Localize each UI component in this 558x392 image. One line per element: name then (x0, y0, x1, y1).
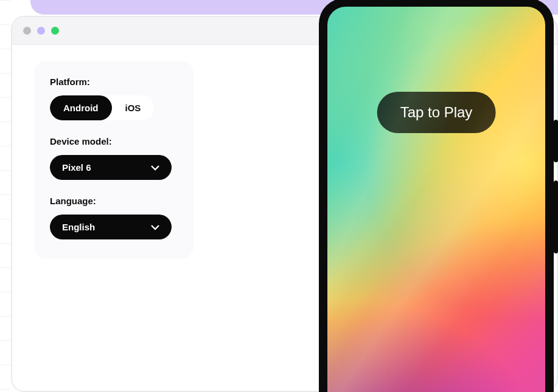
language-label: Language: (50, 196, 178, 206)
window-control-zoom-icon[interactable] (51, 27, 59, 35)
language-field: Language: English (50, 196, 178, 239)
device-settings-card: Platform: Android iOS Device model: Pixe… (34, 61, 194, 259)
phone-power-button-icon (554, 120, 558, 162)
phone-mockup: Tap to Play (319, 0, 554, 392)
chevron-down-icon (151, 222, 159, 232)
platform-segmented-control: Android iOS (50, 95, 154, 120)
device-model-label: Device model: (50, 136, 178, 146)
device-model-select[interactable]: Pixel 6 (50, 155, 172, 180)
phone-volume-button-icon (554, 181, 558, 253)
page-background-grid (0, 0, 11, 392)
chevron-down-icon (151, 162, 159, 173)
platform-label: Platform: (50, 77, 178, 87)
device-model-field: Device model: Pixel 6 (50, 136, 178, 180)
platform-field: Platform: Android iOS (50, 77, 178, 120)
window-control-minimize-icon[interactable] (37, 27, 45, 35)
window-control-close-icon[interactable] (23, 27, 31, 35)
device-model-value: Pixel 6 (62, 162, 91, 173)
phone-screen[interactable]: Tap to Play (327, 7, 545, 392)
platform-option-android[interactable]: Android (50, 95, 112, 120)
platform-option-ios[interactable]: iOS (112, 95, 155, 120)
tap-to-play-button[interactable]: Tap to Play (377, 92, 496, 133)
language-select[interactable]: English (50, 215, 172, 239)
language-value: English (62, 222, 95, 232)
